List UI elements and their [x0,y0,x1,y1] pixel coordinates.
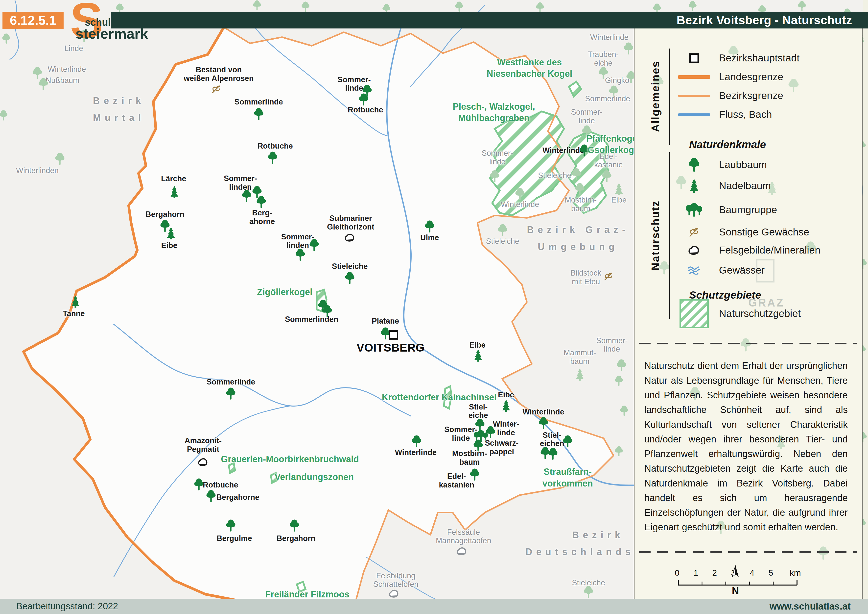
monument-label: Winterlinde [590,33,629,42]
divider-bottom [639,551,857,553]
monument-label: Sommer- linde [444,426,477,443]
scale-tick-label: 2 [712,568,717,578]
legend-rule-naturschutz [669,152,670,319]
decor-laub-icon [301,1,310,12]
laub-icon [226,519,236,532]
footer-bar: Bearbeitungsstand: 2022 www.schulatlas.a… [0,598,868,614]
decor-laub-icon [615,375,623,386]
laub-icon [309,239,319,252]
legend-item-label: Bezirksgrenze [719,90,783,101]
legend-item-label: Bezirkshauptstadt [719,52,800,64]
fels-icon [344,233,355,242]
map-number: 6.12.5.1 [10,13,56,28]
legend-item-label: Baumgruppe [719,204,777,216]
monument-label: Sommer- linde [482,149,513,166]
monument-label: Rotbuche [257,142,293,151]
laub-legend-icon [676,157,713,172]
laub-icon [226,387,236,400]
laub-icon [617,359,626,372]
laub-icon [256,196,266,208]
monument-label: Mammut- baum [564,349,596,366]
monument-label: Sommer- linde [571,108,602,125]
monument-label: Winter- linde [493,420,519,437]
monument-label: Lärche [161,174,186,183]
monument-label: Stiel- eiche [468,403,488,420]
laub-icon [359,93,369,106]
monument-label: Winterlinde [542,146,584,155]
laub-icon [194,478,204,491]
monument-label: Winterlinde [501,200,539,209]
monument-label: Eibe [498,390,514,399]
laub-icon [624,42,634,55]
monument-label: Eibe [161,241,177,250]
nadel-icon [575,368,584,381]
scale-bar: 012345km N [678,568,778,587]
legend-item-label: Laubbaum [719,159,767,171]
laub-icon [538,417,549,429]
legend-section-naturschutz: Naturschutz [649,200,662,270]
north-arrow-icon [730,564,741,586]
monument-label: Winterlinden [16,166,59,175]
scale-tick-label: 4 [750,568,755,578]
protected-area-label: Krottendorfer Kainachinsel [382,392,497,403]
monument-label: Winterlinde [395,448,437,457]
laub-icon [55,152,65,165]
legend-panel: GRAZ Allgemeines Bezirkshauptstadt Lande… [634,28,863,598]
laub-icon [38,78,48,91]
description-text: Naturschutz dient dem Erhalt der ursprün… [644,359,848,535]
wasser-legend-icon [676,266,713,275]
laub-icon [322,305,332,318]
nadel-icon [170,186,179,199]
laub-icon [490,170,500,183]
ghost-laub-icon [740,338,751,352]
fels-icon [456,547,468,556]
laub-icon [515,188,525,201]
hatch-legend-icon [676,299,713,328]
monument-label: Bergulme [217,534,252,543]
laub-icon [425,220,435,233]
laub-icon [571,168,581,181]
nadel-icon [71,295,80,308]
monument-label: Bergahorn [146,210,184,219]
monument-label: Sommer- linde [596,336,628,354]
monument-label: Bildstock mit Efeu [571,269,601,286]
fels-icon [388,589,400,598]
laub-icon [563,435,573,448]
monument-label: Winterlinde [48,65,86,74]
region-label: Bezirk Murtal [93,92,145,126]
laub-icon [498,224,508,237]
ghost-laub-icon [788,78,799,93]
laub-icon [584,586,594,598]
atlas-page: Bestand von weißen AlpenrosenSommerlinde… [0,0,868,614]
monument-label: Sommerlinde [234,98,283,106]
scale-tick-label: 5 [769,568,773,578]
protected-area-label: Zigöllerkogel [257,286,312,298]
legend-item-label: Fluss, Bach [719,109,772,120]
monument-label: Rotbuche [203,481,238,490]
nadel-icon [473,349,483,362]
monument-label: Stiel- eichen [540,431,564,448]
nadel-icon [614,183,624,196]
laub-icon [345,272,355,284]
schulatlas-logo: S schulatlas steiermark [68,3,113,38]
legend-item-label: Gewässer [719,264,765,276]
north-label: N [730,587,741,595]
fels-icon [197,458,209,467]
river-legend-icon [676,113,713,116]
thick-legend-icon [676,75,713,79]
monument-label: Gingko [605,76,629,85]
thin-legend-icon [676,95,713,97]
laub-icon [206,490,216,503]
decor-laub-icon [253,0,261,11]
map-number-badge: 6.12.5.1 [3,12,64,29]
square-legend-icon [676,53,713,64]
monument-label: Trauben- eiche [588,50,618,67]
protected-area-label: Straußfarn- vorkommen [542,466,593,489]
scale-tick-label: 0 [675,568,679,578]
laub-icon [412,435,422,448]
monument-label: Winterlinde [522,408,564,417]
protected-area-label: Freiländer Filzmoos [265,589,349,600]
monument-label: Berg- ahorne [250,209,275,226]
monument-label: Schwarz- pappel [485,439,518,456]
monument-label: Sommerlinde [585,95,630,103]
